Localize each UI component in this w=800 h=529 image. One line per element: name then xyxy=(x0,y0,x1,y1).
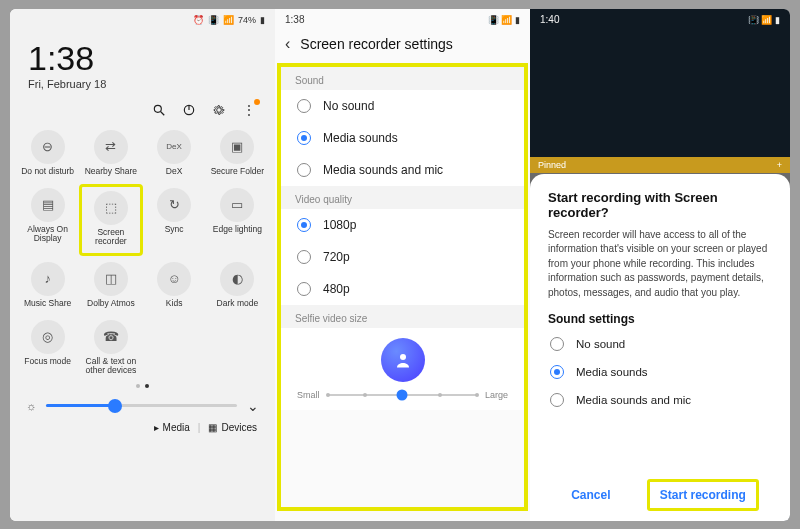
status-bar: ⏰ 📳 📶 74% ▮ xyxy=(10,9,275,29)
dialog-sound-option[interactable]: Media sounds xyxy=(548,358,772,386)
option-label: 1080p xyxy=(323,218,356,232)
tile-always-on-display[interactable]: ▤Always On Display xyxy=(16,184,79,256)
footer-row: ▸ Media | ▦ Devices xyxy=(10,418,275,441)
sound-settings-heading: Sound settings xyxy=(548,312,772,326)
edge-lighting-icon: ▭ xyxy=(220,188,254,222)
radio-icon xyxy=(297,99,311,113)
icons-right: 📳 📶 ▮ xyxy=(748,15,780,25)
sound-option[interactable]: Media sounds xyxy=(281,122,524,154)
clock-block: 1:38 Fri, February 18 xyxy=(10,29,275,96)
notification-badge xyxy=(254,99,260,105)
section-video-quality: Video quality xyxy=(281,186,524,209)
do-not-disturb-icon: ⊖ xyxy=(31,130,65,164)
page-dot-active xyxy=(145,384,149,388)
devices-label: Devices xyxy=(221,422,257,433)
dialog-title: Start recording with Screen recorder? xyxy=(548,190,772,220)
recorder-settings-panel: 1:38 📳 📶 ▮ ‹ Screen recorder settings So… xyxy=(275,9,530,521)
radio-icon xyxy=(550,337,564,351)
screen-recorder-icon: ⬚ xyxy=(94,191,128,225)
tile-label: Sync xyxy=(165,225,184,234)
tile-music-share[interactable]: ♪Music Share xyxy=(16,258,79,314)
divider: | xyxy=(198,422,201,433)
radio-icon xyxy=(297,218,311,232)
page-title: Screen recorder settings xyxy=(300,36,453,52)
pinned-bar: Pinned + xyxy=(530,157,790,173)
signal-icon: 📶 xyxy=(223,15,234,25)
pinned-label: Pinned xyxy=(538,160,566,170)
status-time: 1:40 xyxy=(540,14,559,25)
selfie-preview xyxy=(281,328,524,386)
video-quality-option[interactable]: 720p xyxy=(281,241,524,273)
music-share-icon: ♪ xyxy=(31,262,65,296)
section-selfie-size: Selfie video size xyxy=(281,305,524,328)
tile-dex[interactable]: DeXDeX xyxy=(143,126,206,182)
brightness-thumb[interactable] xyxy=(108,399,122,413)
cancel-button[interactable]: Cancel xyxy=(561,482,620,508)
secure-folder-icon: ▣ xyxy=(220,130,254,164)
dex-icon: DeX xyxy=(157,130,191,164)
always-on-display-icon: ▤ xyxy=(31,188,65,222)
gear-icon[interactable] xyxy=(211,102,227,118)
media-button[interactable]: ▸ Media xyxy=(154,422,190,433)
clock-time: 1:38 xyxy=(28,39,257,78)
brightness-row: ☼ ⌄ xyxy=(10,390,275,418)
dark-mode-icon: ◐ xyxy=(220,262,254,296)
tile-call-text-other[interactable]: ☎Call & text on other devices xyxy=(79,316,142,382)
sound-option[interactable]: No sound xyxy=(281,90,524,122)
vibrate-icon: 📳 xyxy=(208,15,219,25)
tile-sync[interactable]: ↻Sync xyxy=(143,184,206,256)
status-time: 1:38 xyxy=(285,14,304,25)
sync-icon: ↻ xyxy=(157,188,191,222)
selfie-size-slider[interactable] xyxy=(328,394,477,396)
option-label: Media sounds and mic xyxy=(323,163,443,177)
power-icon[interactable] xyxy=(181,102,197,118)
tile-focus-mode[interactable]: ◎Focus mode xyxy=(16,316,79,382)
sun-icon: ☼ xyxy=(26,400,36,412)
tile-label: Focus mode xyxy=(24,357,71,366)
tile-dolby-atmos[interactable]: ◫Dolby Atmos xyxy=(79,258,142,314)
tile-label: Dolby Atmos xyxy=(87,299,135,308)
add-icon[interactable]: + xyxy=(777,160,782,170)
tile-nearby-share[interactable]: ⇄Nearby Share xyxy=(79,126,142,182)
devices-button[interactable]: ▦ Devices xyxy=(208,422,257,433)
radio-icon xyxy=(297,282,311,296)
tile-screen-recorder[interactable]: ⬚Screen recorder xyxy=(79,184,142,256)
tile-secure-folder[interactable]: ▣Secure Folder xyxy=(206,126,269,182)
size-small-label: Small xyxy=(297,390,320,400)
play-icon: ▸ xyxy=(154,422,159,433)
start-recording-dialog: Start recording with Screen recorder? Sc… xyxy=(530,174,790,521)
tile-dark-mode[interactable]: ◐Dark mode xyxy=(206,258,269,314)
radio-icon xyxy=(550,365,564,379)
video-quality-option[interactable]: 1080p xyxy=(281,209,524,241)
dialog-body: Screen recorder will have access to all … xyxy=(548,228,772,301)
tile-label: Music Share xyxy=(24,299,71,308)
option-label: No sound xyxy=(576,338,625,350)
search-icon[interactable] xyxy=(151,102,167,118)
video-quality-option[interactable]: 480p xyxy=(281,273,524,305)
tile-label: Secure Folder xyxy=(211,167,264,176)
quick-settings-panel: ⏰ 📳 📶 74% ▮ 1:38 Fri, February 18 ⋮ ⊖Do … xyxy=(10,9,275,521)
brightness-slider[interactable] xyxy=(46,404,237,407)
sound-option[interactable]: Media sounds and mic xyxy=(281,154,524,186)
quick-tiles-grid: ⊖Do not disturb⇄Nearby ShareDeXDeX▣Secur… xyxy=(10,122,275,382)
start-recording-button[interactable]: Start recording xyxy=(647,479,759,511)
tile-label: Always On Display xyxy=(20,225,76,244)
tile-label: DeX xyxy=(166,167,183,176)
tile-edge-lighting[interactable]: ▭Edge lighting xyxy=(206,184,269,256)
dialog-sound-option[interactable]: No sound xyxy=(548,330,772,358)
tile-label: Screen recorder xyxy=(83,228,139,247)
tile-kids[interactable]: ☺Kids xyxy=(143,258,206,314)
icons-right: 📳 📶 ▮ xyxy=(488,15,520,25)
tile-do-not-disturb[interactable]: ⊖Do not disturb xyxy=(16,126,79,182)
section-sound: Sound xyxy=(281,67,524,90)
more-icon[interactable]: ⋮ xyxy=(241,102,257,118)
radio-icon xyxy=(297,250,311,264)
option-label: 720p xyxy=(323,250,350,264)
selfie-size-thumb[interactable] xyxy=(397,389,408,400)
tile-label: Edge lighting xyxy=(213,225,262,234)
chevron-down-icon[interactable]: ⌄ xyxy=(247,398,259,414)
three-screenshots: ⏰ 📳 📶 74% ▮ 1:38 Fri, February 18 ⋮ ⊖Do … xyxy=(10,9,790,521)
dialog-sound-option[interactable]: Media sounds and mic xyxy=(548,386,772,414)
back-icon[interactable]: ‹ xyxy=(285,35,290,53)
option-label: 480p xyxy=(323,282,350,296)
